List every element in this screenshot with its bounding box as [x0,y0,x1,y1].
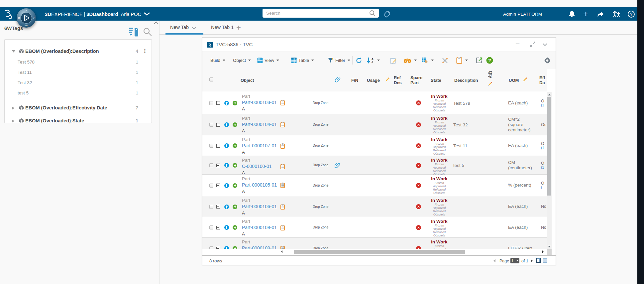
expand-row-icon[interactable] [216,184,220,187]
scroll-up-arrow[interactable] [548,94,551,95]
object-clipboard-icon[interactable] [280,204,285,211]
menu-object[interactable]: Object [233,52,251,69]
tag-group[interactable]: EBOM (Overloaded):State1 [5,116,152,126]
user-name[interactable]: Admin PLATFORM [503,7,542,21]
tag-group-label[interactable]: EBOM (Overloaded):State [25,118,84,123]
row-checkbox[interactable] [209,246,213,249]
next-page-arrow[interactable] [531,259,533,263]
drop-zone[interactable]: Drop Zone [313,205,328,209]
col-attachment-icon[interactable] [335,77,341,82]
expand-row-icon[interactable] [216,101,220,105]
settings-gear-icon[interactable] [544,52,551,69]
spare-part-no-icon[interactable] [416,183,421,188]
expand-row-icon[interactable] [216,144,220,148]
help-icon[interactable]: ? [626,7,636,21]
expand-row-icon[interactable] [216,123,220,127]
tab-chevron-icon[interactable] [191,27,196,30]
drop-zone[interactable]: Drop Zone [313,123,328,126]
spare-part-no-icon[interactable] [416,122,421,127]
navigate-icon[interactable] [224,246,229,249]
drop-zone[interactable]: Drop Zone [313,246,328,249]
navigate-icon[interactable] [224,143,229,148]
add-part-icon[interactable] [233,163,237,168]
refresh-button[interactable] [356,52,362,69]
navigate-icon[interactable] [224,183,229,188]
navigate-icon[interactable] [224,101,229,105]
col-eff-date[interactable]: EffDa [539,75,545,85]
context-chevron-icon[interactable] [144,12,150,16]
object-link[interactable]: Part-0000103-01 [242,99,277,106]
uom-edit-icon[interactable] [522,77,527,82]
drop-zone[interactable]: Drop Zone [313,144,328,147]
object-clipboard-icon[interactable] [280,100,285,107]
select-all-checkbox[interactable] [209,77,213,81]
add-part-icon[interactable] [233,246,237,249]
column-caret[interactable] [431,60,434,61]
col-description[interactable]: Description [454,78,478,83]
eff-date-link[interactable]: (1 [541,103,547,107]
expand-row-icon[interactable] [216,164,220,167]
object-link[interactable]: Part-0000104-01 [242,121,277,128]
window-collapse-icon[interactable] [542,43,548,46]
scroll-left-arrow[interactable] [281,250,282,253]
menu-view[interactable]: View [257,52,279,69]
add-part-icon[interactable] [233,143,237,148]
tags-filter-icon[interactable] [129,26,140,37]
tag-item[interactable]: Test 5781 [5,57,152,67]
search-input[interactable] [266,11,369,16]
navigate-icon[interactable] [224,205,229,209]
eff-date-link[interactable]: (1 [541,166,547,169]
find-button[interactable] [404,52,417,69]
horizontal-scrollbar[interactable] [202,249,547,255]
expand-triangle-icon[interactable] [12,119,14,123]
sort-caret[interactable] [377,60,380,61]
row-checkbox[interactable] [209,205,213,209]
search-icon[interactable] [369,10,376,17]
expand-triangle-icon[interactable] [12,106,14,110]
help-button[interactable]: ? [486,52,493,69]
clipboard-caret[interactable] [465,60,468,61]
tag-group-label[interactable]: EBOM (Overloaded):Description [25,49,99,54]
tag-group-menu-icon[interactable]: ••• [144,49,146,54]
menu-filter[interactable]: Filter [328,52,350,69]
clipboard-button[interactable] [456,52,468,69]
row-checkbox[interactable] [209,163,213,167]
add-part-icon[interactable] [233,101,237,105]
global-search[interactable] [263,9,379,18]
add-part-icon[interactable] [233,183,237,188]
drop-zone[interactable]: Drop Zone [313,163,328,167]
object-link[interactable]: C-0000100-01 [242,163,272,170]
page-view-icon-active[interactable] [536,258,541,263]
qty-edit-icon[interactable] [487,81,492,86]
tag-group-label[interactable]: EBOM (Overloaded):Effectivity Date [25,105,107,110]
col-state[interactable]: State [431,78,441,83]
col-usage[interactable]: Usage [367,78,380,83]
page-select[interactable]: 1 [510,258,519,263]
drop-zone[interactable]: Drop Zone [313,101,328,105]
object-link[interactable]: Part-0000108-01 [242,224,277,231]
expand-row-icon[interactable] [216,205,220,209]
scroll-right-arrow[interactable] [542,250,544,253]
object-clipboard-icon[interactable] [280,143,285,150]
col-qty[interactable]: Qty [488,71,493,78]
spare-part-no-icon[interactable] [416,204,421,209]
column-actions-button[interactable] [421,52,434,69]
add-content-icon[interactable]: + [581,7,591,21]
object-link[interactable]: Part-0000107-01 [242,143,277,149]
unlink-button[interactable] [442,52,448,69]
object-link[interactable]: Part-0000105-01 [242,182,277,188]
3dcompass[interactable]: 3D V.R i' [17,8,36,28]
object-link[interactable]: Part-0000109-01 [242,245,277,249]
community-icon[interactable] [611,7,622,21]
drop-zone[interactable]: Drop Zone [313,225,328,229]
menu-table[interactable]: Table [291,52,314,69]
row-checkbox[interactable] [209,184,213,188]
share-icon[interactable] [595,7,605,21]
object-clipboard-icon[interactable] [280,122,285,129]
mass-edit-button[interactable] [390,52,397,69]
object-clipboard-icon[interactable] [280,225,285,232]
tag-item-label[interactable]: Test 578 [18,60,35,65]
expand-row-icon[interactable] [216,247,220,249]
add-part-icon[interactable] [233,122,237,127]
spare-part-no-icon[interactable] [416,143,421,148]
